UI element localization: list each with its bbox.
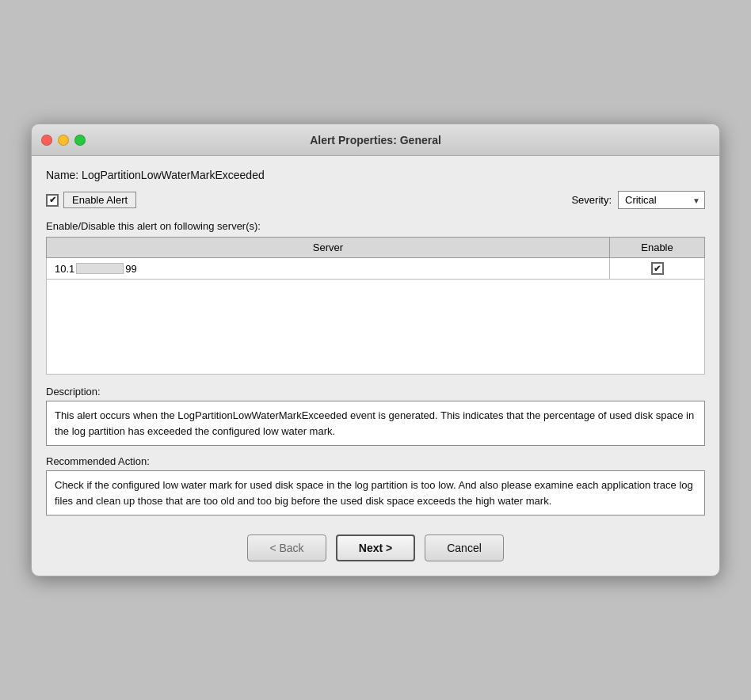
ip-hidden-segment — [76, 263, 124, 274]
close-button[interactable] — [41, 135, 52, 146]
enable-alert-group: ✔ Enable Alert — [46, 192, 136, 208]
description-label: Description: — [46, 386, 705, 398]
recommended-action-text: Check if the configured low water mark f… — [46, 470, 705, 515]
server-ip: 10.1 99 — [55, 263, 601, 275]
next-button[interactable]: Next > — [336, 535, 415, 561]
row-enable-checkbox[interactable]: ✔ — [651, 262, 664, 275]
window-title: Alert Properties: General — [310, 134, 441, 146]
ip-suffix: 99 — [125, 263, 136, 275]
table-row: 10.1 99 ✔ — [47, 258, 705, 280]
content-area: Name: LogPartitionLowWaterMarkExceeded ✔… — [32, 156, 719, 576]
alert-name: Name: LogPartitionLowWaterMarkExceeded — [46, 169, 705, 181]
back-button[interactable]: < Back — [247, 535, 326, 561]
enable-alert-checkbox[interactable]: ✔ — [46, 194, 59, 207]
maximize-button[interactable] — [74, 135, 86, 146]
table-empty-row — [47, 280, 705, 375]
row-checkmark-icon: ✔ — [654, 264, 661, 273]
server-table: Server Enable 10.1 99 ✔ — [46, 237, 705, 375]
ip-prefix: 10.1 — [55, 263, 74, 275]
enable-cell: ✔ — [610, 258, 705, 280]
col-header-enable: Enable — [610, 238, 705, 258]
severity-label: Severity: — [571, 194, 612, 206]
enable-alert-label[interactable]: Enable Alert — [63, 192, 136, 208]
servers-section-label: Enable/Disable this alert on following s… — [46, 220, 705, 232]
window-controls — [41, 135, 86, 146]
recommended-action-label: Recommended Action: — [46, 455, 705, 467]
button-row: < Back Next > Cancel — [46, 528, 705, 565]
description-text: This alert occurs when the LogPartitionL… — [46, 401, 705, 446]
title-bar: Alert Properties: General — [32, 124, 719, 156]
severity-select-wrapper: Critical High Medium Low ▼ — [618, 191, 705, 209]
severity-group: Severity: Critical High Medium Low ▼ — [571, 191, 705, 209]
cancel-button[interactable]: Cancel — [425, 535, 504, 561]
col-header-server: Server — [47, 238, 610, 258]
checkmark-icon: ✔ — [49, 196, 56, 204]
controls-row: ✔ Enable Alert Severity: Critical High M… — [46, 191, 705, 209]
severity-select[interactable]: Critical High Medium Low — [618, 191, 705, 209]
server-cell: 10.1 99 — [47, 258, 610, 280]
minimize-button[interactable] — [58, 135, 69, 146]
main-window: Alert Properties: General Name: LogParti… — [31, 124, 720, 576]
empty-cell — [47, 280, 705, 375]
